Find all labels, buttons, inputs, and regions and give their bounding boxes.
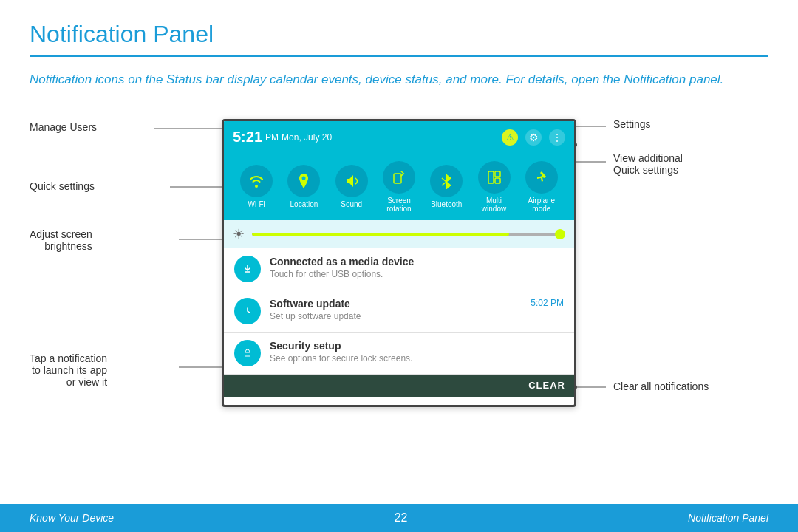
status-time-suffix: PM	[265, 132, 279, 143]
brightness-fill	[252, 233, 509, 236]
wifi-icon	[240, 165, 273, 197]
security-icon	[234, 340, 261, 366]
update-notification-subtitle: Set up software update	[270, 311, 564, 321]
phone-mockup: 5:21 PM Mon, July 20 ⚠ ⚙ ⋮ Wi-Fi	[222, 119, 576, 407]
page-title: Notification Panel	[0, 0, 798, 55]
clear-bar[interactable]: CLEAR	[224, 375, 574, 397]
grid-icon: ⋮	[549, 129, 565, 146]
qs-sound[interactable]: Sound	[335, 165, 368, 208]
svg-point-30	[242, 347, 253, 359]
qs-rotation[interactable]: Screenrotation	[383, 161, 415, 213]
security-notification-subtitle: See options for secure lock screens.	[270, 353, 564, 364]
tap-notification-label: Tap a notification to launch its app or …	[30, 352, 107, 388]
update-notification-title: Software update	[270, 298, 350, 310]
notification-update[interactable]: Software update 5:02 PM Set up software …	[224, 290, 574, 332]
notification-usb[interactable]: Connected as a media device Touch for ot…	[224, 248, 574, 290]
usb-icon	[234, 256, 261, 282]
qs-bluetooth-label: Bluetooth	[431, 200, 462, 208]
update-icon	[234, 298, 261, 324]
qs-bluetooth[interactable]: Bluetooth	[430, 165, 463, 208]
clear-notifications-label: Clear all notifications	[613, 380, 709, 393]
notification-security[interactable]: Security setup See options for secure lo…	[224, 332, 574, 375]
status-date: Mon, July 20	[282, 132, 332, 143]
update-notification-time: 5:02 PM	[531, 298, 564, 308]
usb-notification-title: Connected as a media device	[270, 256, 564, 267]
adjust-brightness-label: Adjust screen brightness	[30, 228, 92, 252]
brightness-track[interactable]	[252, 233, 565, 236]
svg-point-20	[302, 177, 306, 180]
svg-rect-21	[394, 174, 401, 183]
footer-left: Know Your Device	[30, 512, 114, 524]
airplane-icon	[525, 161, 558, 194]
view-additional-label: View additional Quick settings	[613, 152, 683, 176]
svg-rect-24	[488, 171, 494, 183]
manage-users-label: Manage Users	[30, 120, 97, 134]
sound-icon	[335, 165, 368, 197]
location-icon	[287, 165, 320, 197]
qs-airplane[interactable]: Airplanemode	[525, 161, 558, 213]
usb-notification-subtitle: Touch for other USB options.	[270, 269, 564, 279]
subtitle: Notification icons on the Status bar dis…	[0, 57, 798, 104]
qs-location[interactable]: Location	[287, 165, 320, 208]
status-time: 5:21	[233, 129, 262, 146]
brightness-icon: ☀	[233, 226, 245, 242]
qs-sound-label: Sound	[341, 200, 362, 208]
multiwindow-icon	[478, 161, 511, 194]
usb-notification-content: Connected as a media device Touch for ot…	[270, 256, 564, 279]
qs-rotation-label: Screenrotation	[386, 197, 411, 213]
qs-multiwindow-label: Multiwindow	[482, 197, 506, 213]
update-notification-row: Software update 5:02 PM	[270, 298, 564, 310]
brightness-knob[interactable]	[555, 229, 565, 239]
settings-icon: ⚙	[525, 129, 542, 146]
footer: Know Your Device 22 Notification Panel	[0, 504, 798, 532]
brightness-bar[interactable]: ☀	[224, 220, 574, 248]
bluetooth-icon	[430, 165, 463, 197]
security-notification-content: Security setup See options for secure lo…	[270, 340, 564, 364]
footer-page-number: 22	[114, 511, 688, 525]
qs-multiwindow[interactable]: Multiwindow	[478, 161, 511, 213]
quick-settings-panel: Wi-Fi Location	[224, 154, 574, 220]
status-bar: 5:21 PM Mon, July 20 ⚠ ⚙ ⋮	[224, 121, 574, 154]
footer-right: Notification Panel	[688, 512, 768, 524]
svg-rect-25	[495, 171, 500, 177]
rotation-icon	[383, 161, 415, 194]
qs-wifi[interactable]: Wi-Fi	[240, 165, 273, 208]
qs-wifi-label: Wi-Fi	[248, 200, 265, 208]
svg-rect-26	[495, 178, 500, 183]
qs-airplane-label: Airplanemode	[528, 197, 555, 213]
status-icons: ⚠ ⚙ ⋮	[502, 129, 565, 146]
qs-location-label: Location	[290, 200, 318, 208]
security-notification-title: Security setup	[270, 340, 564, 352]
quick-settings-label: Quick settings	[30, 180, 95, 193]
clear-button[interactable]: CLEAR	[528, 380, 565, 391]
settings-label: Settings	[613, 117, 651, 131]
flashlight-icon: ⚠	[502, 129, 518, 146]
update-notification-content: Software update 5:02 PM Set up software …	[270, 298, 564, 321]
